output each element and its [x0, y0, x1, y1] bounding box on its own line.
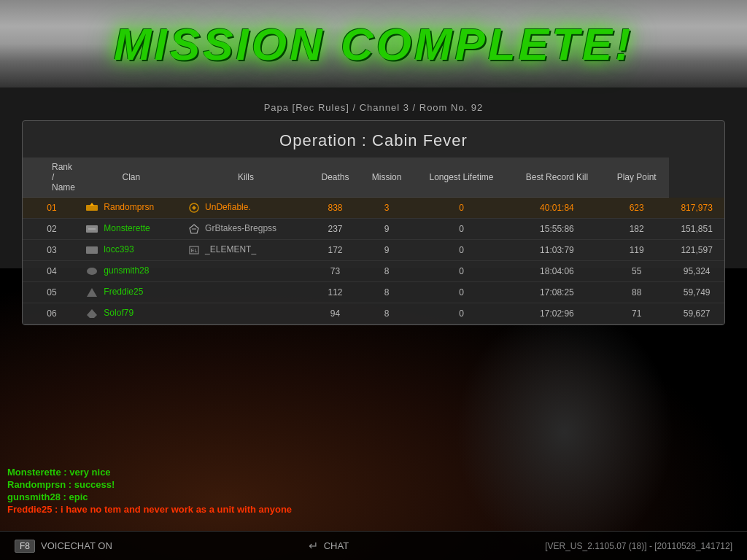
voicechat-label: VOICECHAT ON [41, 540, 112, 551]
col-clan: Clan [81, 158, 182, 198]
kills: 94 [310, 303, 360, 324]
col-kills: Kills [182, 158, 310, 198]
longest-lifetime: 17:08:25 [510, 282, 604, 303]
deaths: 8 [360, 261, 413, 282]
player-name-cell: locc393 [81, 240, 182, 261]
clan-icon [187, 202, 201, 214]
top-banner: MISSION COMPLETE! [0, 0, 747, 88]
chat-message: gunsmith28 : epic [7, 491, 292, 502]
clan-name: _ELEMENT_ [205, 244, 256, 254]
svg-marker-11 [87, 309, 97, 318]
kills: 73 [310, 261, 360, 282]
svg-rect-0 [86, 205, 98, 211]
best-record-kill: 182 [604, 219, 669, 240]
deaths: 8 [360, 282, 413, 303]
svg-marker-10 [87, 288, 97, 297]
kills: 237 [310, 219, 360, 240]
bottom-left: F8 VOICECHAT ON [15, 540, 112, 553]
scoreboard-table: Rank / Name Clan Kills Deaths Mission Lo… [23, 158, 724, 324]
rank-badge [84, 222, 100, 236]
kills: 172 [310, 240, 360, 261]
deaths: 9 [360, 240, 413, 261]
col-best-record-kill: Best Record Kill [510, 158, 604, 198]
longest-lifetime: 18:04:06 [510, 261, 604, 282]
clan-icon: EL [187, 244, 201, 256]
kills: 838 [310, 198, 360, 219]
deaths: 3 [360, 198, 413, 219]
clan-name: UnDefiable. [205, 202, 251, 212]
longest-lifetime: 40:01:84 [510, 198, 604, 219]
col-deaths: Deaths [310, 158, 360, 198]
svg-point-9 [87, 268, 97, 275]
player-name-cell: Solof79 [81, 303, 182, 324]
clan-cell [182, 261, 310, 282]
chat-message: Monsterette : very nice [7, 467, 292, 478]
longest-lifetime: 15:55:86 [510, 219, 604, 240]
table-row: 04 gunsmith28 73 8 0 18:04:06 55 95,324 [23, 261, 724, 282]
rank-badge [84, 201, 100, 214]
svg-rect-6 [86, 246, 98, 254]
table-row: 03 locc393 EL _ELEMENT_ 172 9 0 11:03:79… [23, 240, 724, 261]
background-soldier [455, 305, 674, 560]
column-headers: Rank / Name Clan Kills Deaths Mission Lo… [23, 158, 724, 198]
play-point: 817,973 [669, 198, 724, 219]
mission: 0 [413, 240, 510, 261]
chat-area: Monsterette : very niceRandomprsn : succ… [7, 467, 292, 516]
table-row: 06 Solof79 94 8 0 17:02:96 71 59,627 [23, 303, 724, 324]
f8-key: F8 [15, 540, 35, 553]
clan-cell [182, 282, 310, 303]
room-info: Papa [Rec Rules] / Channel 3 / Room No. … [0, 102, 747, 113]
mission: 0 [413, 198, 510, 219]
mission: 0 [413, 282, 510, 303]
mission: 0 [413, 303, 510, 324]
best-record-kill: 55 [604, 261, 669, 282]
table-row: 02 Monsterette GrBtakes-Bregpss 237 9 0 … [23, 219, 724, 240]
chat-message: Freddie25 : i have no tem and never work… [7, 504, 292, 515]
table-row: 01 Randomprsn UnDefiable. 838 3 0 40:01:… [23, 198, 724, 219]
rank-badge [84, 265, 100, 278]
col-longest-lifetime: Longest Lifetime [413, 158, 510, 198]
rank-number: 02 [23, 219, 81, 240]
mission-complete-title: MISSION COMPLETE! [114, 18, 633, 70]
player-name-cell: gunsmith28 [81, 261, 182, 282]
play-point: 59,627 [669, 303, 724, 324]
clan-icon [187, 223, 201, 235]
scoreboard-title: Operation : Cabin Fever [23, 121, 724, 158]
scoreboard: Operation : Cabin Fever Rank / Name Clan… [22, 120, 725, 325]
clan-cell [182, 303, 310, 324]
deaths: 8 [360, 303, 413, 324]
clan-cell: GrBtakes-Bregpss [182, 219, 310, 240]
deaths: 9 [360, 219, 413, 240]
version-info: [VER_US_2.1105.07 (18)] - [20110528_1417… [545, 541, 732, 551]
rank-number: 04 [23, 261, 81, 282]
play-point: 121,597 [669, 240, 724, 261]
col-rank-name: Rank / Name [23, 158, 81, 198]
rank-badge [84, 244, 100, 257]
best-record-kill: 119 [604, 240, 669, 261]
mission: 0 [413, 261, 510, 282]
player-name: Solof79 [104, 308, 133, 318]
best-record-kill: 88 [604, 282, 669, 303]
player-name-cell: Monsterette [81, 219, 182, 240]
play-point: 59,749 [669, 282, 724, 303]
clan-name: GrBtakes-Bregpss [205, 223, 276, 233]
player-name: Monsterette [104, 223, 150, 233]
col-mission: Mission [360, 158, 413, 198]
enter-icon: ↵ [309, 539, 318, 553]
col-play-point: Play Point [604, 158, 669, 198]
rank-number: 03 [23, 240, 81, 261]
bottom-center: ↵ CHAT [309, 539, 349, 553]
player-name: locc393 [104, 244, 133, 254]
svg-text:EL: EL [190, 248, 197, 253]
best-record-kill: 623 [604, 198, 669, 219]
mission: 0 [413, 219, 510, 240]
player-name: Freddie25 [104, 287, 143, 297]
longest-lifetime: 11:03:79 [510, 240, 604, 261]
kills: 112 [310, 282, 360, 303]
clan-cell: EL _ELEMENT_ [182, 240, 310, 261]
player-name: Randomprsn [104, 202, 154, 212]
rank-number: 05 [23, 282, 81, 303]
clan-cell: UnDefiable. [182, 198, 310, 219]
chat-label: CHAT [324, 540, 349, 551]
rank-number: 06 [23, 303, 81, 324]
